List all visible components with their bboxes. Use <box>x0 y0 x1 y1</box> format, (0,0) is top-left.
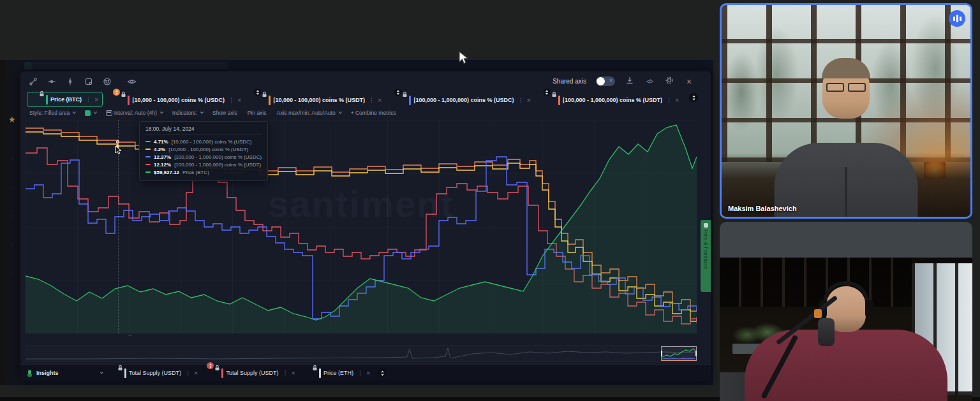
tooltip-label: [100,000 - 1,000,000) coins % (USDC) <box>174 154 262 160</box>
studio-room-backdrop <box>720 258 972 401</box>
video-call-window: { "screen_share": { "page": { "star_icon… <box>0 0 980 401</box>
series-color-picker[interactable] <box>85 110 96 116</box>
bottom-metric-tab[interactable]: Total Supply (USDT) ⋮ × <box>110 367 198 379</box>
tab-color-bar <box>221 368 223 378</box>
tab-color-bar <box>558 96 560 105</box>
lock-icon <box>121 89 126 100</box>
timeline-minimap[interactable] <box>26 346 697 361</box>
vertical-line-icon[interactable] <box>65 77 75 87</box>
metric-tab[interactable]: [100,000 - 1,000,000) coins % (USDC) ⋮ × <box>392 93 533 107</box>
style-dropdown[interactable]: Style: Filled area <box>29 110 75 116</box>
tab-menu-icon[interactable]: ⋮ <box>85 96 91 103</box>
participant-tile-2[interactable] <box>720 222 972 401</box>
bottom-metric-tab[interactable]: Price (ETH) ⋮ × <box>304 367 370 379</box>
tab-close-icon[interactable]: × <box>194 369 198 377</box>
participant-tile-1[interactable]: Maksim Balashevich <box>720 3 972 219</box>
shared-axis-toggle[interactable]: × <box>596 77 615 86</box>
tooltip-row: $59,927.12 Price (BTC) <box>145 168 262 176</box>
horizontal-line-icon[interactable] <box>47 77 56 87</box>
interval-dropdown[interactable]: Interval: Auto (4h) <box>106 110 161 116</box>
note-icon[interactable] <box>84 77 93 87</box>
tab-close-icon[interactable]: × <box>366 369 370 377</box>
x-axis <box>26 335 697 336</box>
tooltip-timestamp: 18:00, July 14, 2024 <box>145 126 262 135</box>
tab-menu-icon[interactable]: ⋮ <box>357 370 363 376</box>
bottom-metric-tab[interactable]: Total Supply (USDT) ⋮ × <box>207 367 295 379</box>
download-icon[interactable] <box>625 76 635 87</box>
insights-dropdown[interactable]: Insights <box>27 370 102 377</box>
screen-share-left-edge <box>0 60 5 385</box>
star-icon[interactable]: ★ <box>8 115 16 124</box>
tab-menu-icon[interactable]: ⋮ <box>369 97 375 103</box>
crosshair-line <box>118 120 119 333</box>
tab-close-icon[interactable]: × <box>237 96 241 104</box>
audio-level-icon <box>949 10 965 27</box>
minimap-selection[interactable] <box>661 346 697 361</box>
series-swatch <box>145 149 151 150</box>
combine-metrics-button[interactable]: + Combine metrics <box>351 110 396 116</box>
indicators-dropdown[interactable]: Indicators: <box>172 110 202 116</box>
swap-axis-icon[interactable] <box>378 368 387 377</box>
swap-axis-icon[interactable] <box>689 93 698 102</box>
chart-canvas[interactable]: santiment 18:00, July 14, 2024 4.71% [10… <box>26 120 697 333</box>
jacket-zipper <box>845 167 847 217</box>
tab-label: Total Supply (USDT) <box>226 370 278 376</box>
tab-label: Total Supply (USDT) <box>129 370 181 376</box>
tab-badges <box>31 88 45 99</box>
metric-tab[interactable]: Price (BTC) ⋮ × <box>27 92 103 107</box>
lock-icon <box>214 362 220 374</box>
tooltip-value: $59,927.12 <box>154 170 179 175</box>
tab-menu-icon[interactable]: ⋮ <box>666 97 672 103</box>
drawing-toolbar <box>28 75 137 88</box>
trend-line-icon[interactable] <box>28 77 38 87</box>
series-swatch <box>145 171 151 173</box>
alert-badge-icon <box>207 362 214 369</box>
series-swatch <box>145 156 151 157</box>
embed-code-icon[interactable]: </> <box>644 78 655 85</box>
lock-icon <box>312 362 318 374</box>
tab-close-icon[interactable]: × <box>378 96 382 104</box>
emoji-icon[interactable] <box>102 77 112 87</box>
minimap-handle-right[interactable] <box>695 351 697 356</box>
tab-close-icon[interactable]: × <box>675 96 679 104</box>
tab-close-icon[interactable]: × <box>292 369 295 377</box>
tab-menu-icon[interactable]: ⋮ <box>283 370 288 376</box>
minimap-handle-left[interactable] <box>661 351 662 356</box>
tab-menu-icon[interactable]: ⋮ <box>518 97 524 103</box>
tab-label: [10,000 - 100,000) coins % (USDT) <box>273 97 365 103</box>
chart-settings-bar: Style: Filled area Interval: Auto (4h) I… <box>29 110 706 116</box>
chart-tooltip: 18:00, July 14, 2024 4.71% [10,000 - 100… <box>139 121 268 181</box>
show-axis-button[interactable]: Show axis <box>212 110 237 116</box>
help-feedback-label: Help & Feedback <box>704 230 708 269</box>
page-left-sidebar: ★ + + + + + <box>5 60 20 385</box>
help-feedback-tab[interactable]: Help & Feedback <box>701 220 711 292</box>
lock-icon <box>402 89 408 100</box>
shared-axis-badge-icon <box>544 89 551 96</box>
metric-tab[interactable]: [100,000 - 1,000,000) coins % (USDT) ⋮ × <box>541 93 682 107</box>
pin-axis-button[interactable]: Pin axis <box>248 110 267 116</box>
tooltip-value: 12.12% <box>154 162 171 168</box>
crosshair-marker <box>116 145 119 148</box>
headphone-cup <box>865 300 873 317</box>
close-icon[interactable]: × <box>684 77 694 87</box>
tab-close-icon[interactable]: × <box>527 96 531 104</box>
lock-icon <box>39 88 45 99</box>
mic-shock-mount <box>814 309 822 318</box>
lock-icon <box>551 89 557 100</box>
axis-maxmin-dropdown[interactable]: Axis max/min: Auto/Auto <box>277 110 341 116</box>
tab-badges <box>113 89 126 100</box>
tab-menu-icon[interactable]: ⋮ <box>228 97 234 103</box>
metric-tabs: Price (BTC) ⋮ × [10,000 - 100,000) coins… <box>27 91 706 107</box>
tab-menu-icon[interactable]: ⋮ <box>185 370 191 376</box>
sidebar-dot-icon: + <box>11 156 15 162</box>
tab-close-icon[interactable]: × <box>94 96 98 103</box>
tile-letterbox <box>720 222 972 258</box>
microphone <box>818 318 835 346</box>
lock-icon <box>117 362 123 374</box>
metric-tab[interactable]: [10,000 - 100,000) coins % (USDC) ⋮ × <box>110 93 244 107</box>
eye-icon[interactable] <box>127 77 137 87</box>
metric-tab[interactable]: [10,000 - 100,000) coins % (USDT) ⋮ × <box>251 93 384 107</box>
tooltip-row: 4.2% [10,000 - 100,000) coins % (USDT) <box>145 145 262 153</box>
settings-gear-icon[interactable] <box>664 76 674 87</box>
shared-axis-badge-icon <box>113 89 120 96</box>
